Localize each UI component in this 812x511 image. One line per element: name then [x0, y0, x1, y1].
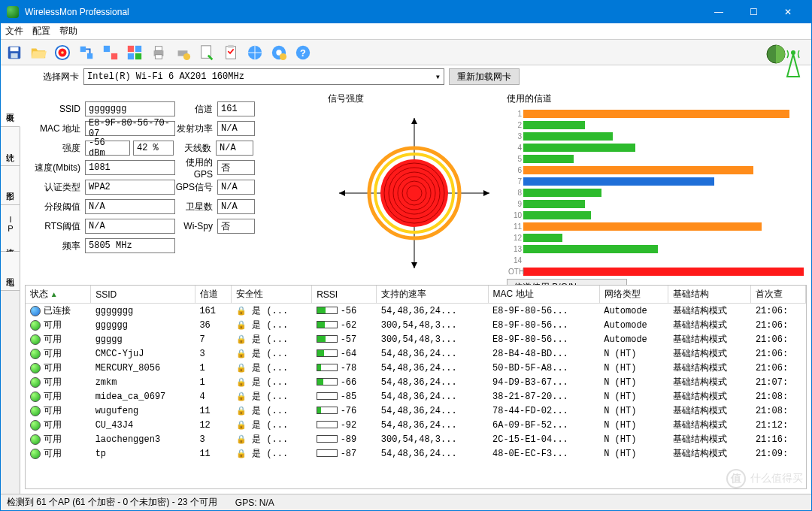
- speed-value[interactable]: 1081: [85, 160, 175, 175]
- close-button[interactable]: ✕: [771, 1, 805, 23]
- svg-rect-1: [11, 47, 19, 50]
- menu-config[interactable]: 配置: [32, 25, 50, 38]
- col-header[interactable]: 安全性: [232, 286, 312, 304]
- col-header[interactable]: MAC 地址: [488, 286, 599, 304]
- channel-number: 9: [508, 200, 522, 208]
- table-row[interactable]: 可用midea_ca_06974🔒 是 (...-8554,48,36,24..…: [26, 389, 806, 404]
- table-row[interactable]: 可用tp11🔒 是 (...-8754,48,36,24...48-0E-EC-…: [26, 446, 806, 461]
- sat-value[interactable]: N/A: [217, 199, 255, 214]
- col-header[interactable]: 首次查: [751, 286, 806, 304]
- status-text: 可用: [44, 361, 62, 374]
- svg-rect-21: [228, 44, 233, 47]
- ssid-value[interactable]: ggggggg: [85, 101, 175, 116]
- status-text: 可用: [44, 447, 62, 460]
- grid-icon[interactable]: [124, 42, 145, 63]
- export-icon[interactable]: [196, 42, 217, 63]
- status-dot-icon: [30, 363, 41, 373]
- channel-number: 10: [508, 211, 522, 219]
- channel-bar-row: OTH: [523, 266, 804, 277]
- col-header[interactable]: RSSI: [312, 286, 377, 304]
- channel-bars: 1234567891011121314OTH: [507, 105, 807, 277]
- refresh-icon[interactable]: [76, 42, 97, 63]
- minimize-button[interactable]: —: [701, 1, 736, 23]
- table-row[interactable]: 可用CMCC-YjuJ3🔒 是 (...-6454,48,36,24...28-…: [26, 346, 806, 361]
- target-icon[interactable]: [52, 42, 73, 63]
- rts-value[interactable]: N/A: [85, 219, 175, 234]
- channel-bar: [523, 200, 585, 208]
- nic-label: 选择网卡: [7, 71, 79, 83]
- col-header[interactable]: 信道: [195, 286, 232, 304]
- tab-ip[interactable]: IP 连接: [1, 205, 20, 252]
- table-row[interactable]: 已连接ggggggg161🔒 是 (...-5654,48,36,24...E8…: [26, 304, 806, 319]
- clipboard-icon[interactable]: [220, 42, 241, 63]
- settings-icon[interactable]: [268, 42, 289, 63]
- channel-value[interactable]: 161: [217, 101, 255, 116]
- table-row[interactable]: 可用gggggg36🔒 是 (...-62300,54,48,3...E8-9F…: [26, 318, 806, 332]
- print-setup-icon[interactable]: [172, 42, 193, 63]
- menu-file[interactable]: 文件: [5, 25, 23, 38]
- mac-value[interactable]: E8-9F-80-56-70-07: [85, 121, 175, 136]
- print-icon[interactable]: [148, 42, 169, 63]
- table-row[interactable]: 可用ggggg7🔒 是 (...-57300,54,48,3...E8-9F-8…: [26, 332, 806, 346]
- link-icon[interactable]: [100, 42, 121, 63]
- col-header[interactable]: 支持的速率: [377, 286, 488, 304]
- app-window: WirelessMon Professional — ☐ ✕ 文件 配置 帮助 …: [0, 0, 812, 511]
- channel-bar-row: 1: [523, 108, 804, 119]
- gpssignal-value[interactable]: N/A: [217, 180, 255, 195]
- tab-graph[interactable]: 图形: [1, 166, 20, 205]
- folder-open-icon[interactable]: [28, 42, 49, 63]
- window-title: WirelessMon Professional: [25, 7, 701, 17]
- col-header[interactable]: 网络类型: [599, 286, 668, 304]
- svg-point-5: [61, 51, 64, 54]
- table-row[interactable]: 可用MERCURY_80561🔒 是 (...-7854,48,36,24...…: [26, 361, 806, 375]
- tab-stats[interactable]: 统计: [1, 127, 20, 166]
- ap-table-wrap[interactable]: 状态 ▲SSID信道安全性RSSI支持的速率MAC 地址网络类型基础结构首次查 …: [25, 285, 807, 489]
- svg-marker-43: [483, 190, 489, 196]
- channel-bar-row: 6: [523, 165, 804, 176]
- ap-table: 状态 ▲SSID信道安全性RSSI支持的速率MAC 地址网络类型基础结构首次查 …: [26, 286, 806, 461]
- nic-dropdown[interactable]: Intel(R) Wi-Fi 6 AX201 160MHz ▾: [83, 68, 444, 85]
- titlebar: WirelessMon Professional — ☐ ✕: [1, 1, 811, 23]
- channel-number: 2: [508, 121, 522, 129]
- channel-bar: [523, 155, 574, 163]
- status-text: 可用: [44, 333, 62, 346]
- table-row[interactable]: 可用zmkm1🔒 是 (...-6654,48,36,24...94-D9-B3…: [26, 375, 806, 389]
- lock-icon: 🔒: [236, 335, 247, 344]
- status-text: 可用: [44, 376, 62, 389]
- tab-map[interactable]: 地图: [1, 252, 20, 291]
- signal-radar: [328, 106, 501, 280]
- channel-bar-row: 5: [523, 153, 804, 165]
- status-text: 可用: [44, 433, 62, 446]
- col-header[interactable]: 状态 ▲: [26, 286, 91, 304]
- antenna-value[interactable]: N/A: [216, 141, 253, 156]
- col-header[interactable]: 基础结构: [668, 286, 751, 304]
- svg-marker-45: [411, 262, 417, 268]
- lock-icon: 🔒: [236, 407, 247, 416]
- globe-icon[interactable]: [244, 42, 265, 63]
- chevron-down-icon: ▾: [435, 71, 441, 83]
- status-dot-icon: [30, 334, 41, 345]
- status-text: 已连接: [44, 304, 71, 317]
- svg-rect-12: [128, 53, 134, 59]
- help-icon[interactable]: ?: [292, 42, 314, 63]
- table-row[interactable]: 可用CU_43J412🔒 是 (...-9254,48,36,24...6A-0…: [26, 418, 806, 432]
- frag-value[interactable]: N/A: [85, 199, 175, 214]
- auth-value[interactable]: WPA2: [85, 180, 175, 195]
- menu-help[interactable]: 帮助: [59, 25, 77, 38]
- wispy-value[interactable]: 否: [217, 219, 255, 234]
- table-row[interactable]: 可用wugufeng11🔒 是 (...-7654,48,36,24...78-…: [26, 404, 806, 418]
- table-row[interactable]: 可用laochenggen33🔒 是 (...-89300,54,48,3...…: [26, 432, 806, 446]
- wispy-label: Wi-Spy: [175, 221, 217, 231]
- tab-summary[interactable]: 概要: [1, 88, 20, 127]
- freq-value[interactable]: 5805 MHz: [85, 238, 175, 253]
- maximize-button[interactable]: ☐: [736, 1, 771, 23]
- strength-pct[interactable]: 42 %: [133, 141, 174, 156]
- col-header[interactable]: SSID: [91, 286, 195, 304]
- txpower-value[interactable]: N/A: [217, 121, 255, 136]
- reload-nic-button[interactable]: 重新加载网卡: [449, 68, 520, 85]
- gps-value[interactable]: 否: [217, 160, 255, 175]
- channel-bar-row: 12: [523, 232, 804, 243]
- strength-value[interactable]: -56 dBm: [85, 141, 130, 156]
- svg-rect-11: [135, 45, 141, 51]
- save-icon[interactable]: [4, 42, 25, 63]
